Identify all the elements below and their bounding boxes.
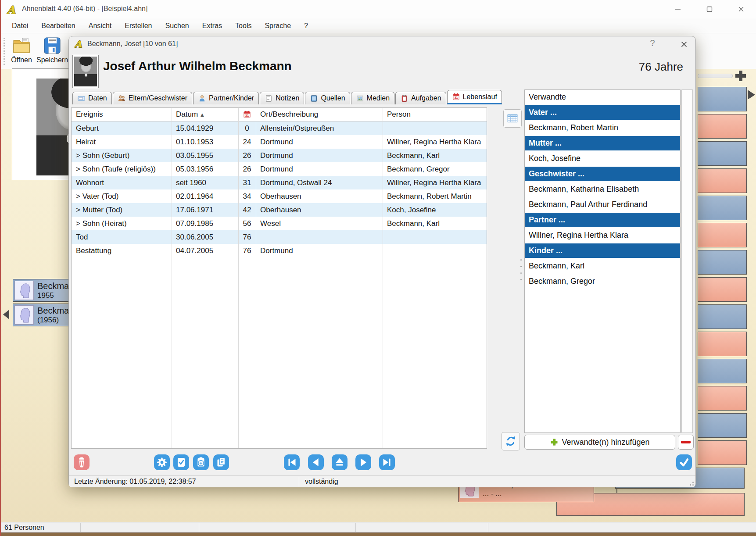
tab-quellen[interactable]: Quellen: [305, 92, 350, 104]
tree-person-box[interactable]: [698, 359, 747, 383]
event-row[interactable]: Heirat01.10.195324DortmundWillner, Regin…: [72, 135, 487, 149]
tree-person-box[interactable]: [698, 196, 747, 220]
event-row[interactable]: > Sohn (Taufe (religiös))05.03.195626Dor…: [72, 162, 487, 176]
scroll-right-arrow[interactable]: [748, 90, 755, 100]
tree-person-box[interactable]: [698, 440, 747, 465]
grid-icon: [507, 113, 518, 124]
event-cell: Tod: [72, 233, 172, 242]
relatives-group-header[interactable]: Kinder ...: [525, 243, 680, 258]
add-person-plus-icon[interactable]: [734, 69, 748, 83]
tab-daten[interactable]: Daten: [72, 92, 112, 104]
dialog-close-button[interactable]: [675, 38, 693, 50]
panel-splitter[interactable]: [520, 259, 522, 280]
last-person-button[interactable]: [379, 454, 395, 470]
menu-item-7[interactable]: Sprache: [258, 20, 297, 32]
event-row[interactable]: Bestattung04.07.200576Dortmund: [72, 244, 487, 257]
relative-name[interactable]: Beckmann, Gregor: [525, 274, 680, 289]
dialog-help-button[interactable]: ?: [644, 38, 661, 50]
tree-person-box[interactable]: [698, 141, 747, 166]
window-titlebar[interactable]: Ahnenblatt 4.40 (64-bit) - [Beispiel4.ah…: [1, 0, 756, 18]
status-divider: [80, 523, 81, 532]
tab-notizen[interactable]: Notizen: [260, 92, 304, 104]
validate-button[interactable]: [173, 454, 189, 470]
add-event-button[interactable]: [193, 454, 209, 470]
tab-medien[interactable]: Medien: [351, 92, 394, 104]
tree-person-box[interactable]: [698, 386, 747, 411]
check-icon: [677, 455, 692, 470]
event-row[interactable]: Geburt15.04.19290Allenstein/Ostpreußen: [72, 121, 487, 135]
relative-name[interactable]: Beckmann, Paul Arthur Ferdinand: [525, 197, 680, 212]
ok-button[interactable]: [676, 454, 692, 470]
tab-partner-kinder[interactable]: Partner/Kinder: [193, 92, 259, 104]
relative-name[interactable]: Willner, Regina Hertha Klara: [525, 228, 680, 243]
tree-person-box[interactable]: [698, 413, 747, 438]
column-header-2[interactable]: [238, 110, 256, 119]
relative-name[interactable]: Beckmann, Karl: [525, 259, 680, 273]
scroll-left-arrow[interactable]: [3, 310, 9, 319]
event-row[interactable]: > Sohn (Heirat)07.09.198556WeselBeckmann…: [72, 217, 487, 230]
column-header-4[interactable]: Person: [383, 110, 487, 119]
relatives-group-header[interactable]: Vater ...: [525, 105, 680, 120]
table-view-button[interactable]: [503, 109, 522, 128]
event-row[interactable]: > Vater (Tod)02.01.196434OberhausenBeckm…: [72, 189, 487, 203]
relatives-group-header[interactable]: Geschwister ...: [525, 167, 680, 181]
event-row[interactable]: > Sohn (Geburt)03.05.195526DortmundBeckm…: [72, 149, 487, 162]
event-row[interactable]: > Mutter (Tod)17.06.197142OberhausenKoch…: [72, 203, 487, 217]
next-person-button[interactable]: [355, 454, 371, 470]
refresh-button[interactable]: [502, 432, 520, 450]
tree-person-box[interactable]: [698, 332, 747, 356]
tree-person-box[interactable]: [698, 277, 747, 302]
event-row[interactable]: Tod30.06.200576: [72, 230, 487, 244]
remove-relative-button[interactable]: [678, 435, 694, 450]
tree-person-box[interactable]: [698, 114, 747, 139]
tree-person-box[interactable]: [698, 223, 747, 247]
tree-person-box[interactable]: [698, 168, 747, 193]
settings-button[interactable]: [154, 454, 170, 470]
column-header-3[interactable]: Ort/Beschreibung: [256, 110, 383, 119]
tab-lebenslauf[interactable]: Lebenslauf: [447, 90, 502, 104]
toolbar-drag-handle[interactable]: [4, 38, 5, 65]
open-button[interactable]: Öffnen: [7, 36, 36, 67]
close-button[interactable]: [731, 3, 751, 16]
relatives-panel: VerwandteVater ...Beckmann, Robert Marti…: [524, 89, 681, 433]
relative-name[interactable]: Koch, Josefine: [525, 151, 680, 166]
sort-ascending-icon: ▲: [201, 112, 204, 117]
table-header-row[interactable]: EreignisDatum▲Ort/BeschreibungPerson: [72, 108, 487, 121]
menu-item-0[interactable]: Datei: [5, 20, 35, 32]
person-thumbnail[interactable]: [72, 55, 99, 88]
tab-aufgaben[interactable]: Aufgaben: [395, 92, 446, 104]
relatives-group-header[interactable]: Partner ...: [525, 213, 680, 227]
delete-person-button[interactable]: [74, 454, 90, 470]
menu-item-4[interactable]: Suchen: [158, 20, 195, 32]
resize-grip[interactable]: [688, 479, 694, 486]
zoom-slider[interactable]: [698, 74, 733, 78]
add-relative-button[interactable]: Verwandte(n) hinzufügen: [524, 435, 675, 450]
maximize-button[interactable]: [699, 3, 720, 16]
menu-item-2[interactable]: Ansicht: [82, 20, 118, 32]
save-button[interactable]: Speichern: [38, 36, 67, 67]
relative-name[interactable]: Beckmann, Katharina Elisabeth: [525, 182, 680, 197]
relatives-scrollbar[interactable]: [681, 89, 693, 433]
dialog-titlebar[interactable]: Beckmann, Josef [10 von 61] ?: [69, 36, 695, 52]
relatives-group-header[interactable]: Mutter ...: [525, 136, 680, 150]
copy-button[interactable]: [213, 454, 229, 470]
age-cell: 24: [238, 138, 256, 147]
tree-person-box[interactable]: [698, 87, 747, 111]
menu-item-3[interactable]: Erstellen: [118, 20, 158, 32]
relative-name[interactable]: Beckmann, Robert Martin: [525, 121, 680, 135]
tab-eltern-geschwister[interactable]: Eltern/Geschwister: [113, 92, 192, 104]
tree-person-box[interactable]: [698, 304, 747, 329]
first-person-button[interactable]: [284, 454, 300, 470]
menu-item-1[interactable]: Bearbeiten: [35, 20, 82, 32]
column-header-0[interactable]: Ereignis: [72, 110, 172, 119]
person-cell: Beckmann, Karl: [383, 151, 487, 160]
event-row[interactable]: Wohnortseit 196031Dortmund, Ostwall 24Wi…: [72, 176, 487, 189]
tree-person-box[interactable]: [698, 250, 747, 275]
column-header-1[interactable]: Datum▲: [172, 110, 238, 119]
home-person-button[interactable]: [332, 454, 348, 470]
menu-item-6[interactable]: Tools: [229, 20, 258, 32]
menu-item-8[interactable]: ?: [297, 20, 315, 32]
previous-person-button[interactable]: [308, 454, 324, 470]
minimize-button[interactable]: [668, 3, 688, 16]
menu-item-5[interactable]: Extras: [196, 20, 229, 32]
